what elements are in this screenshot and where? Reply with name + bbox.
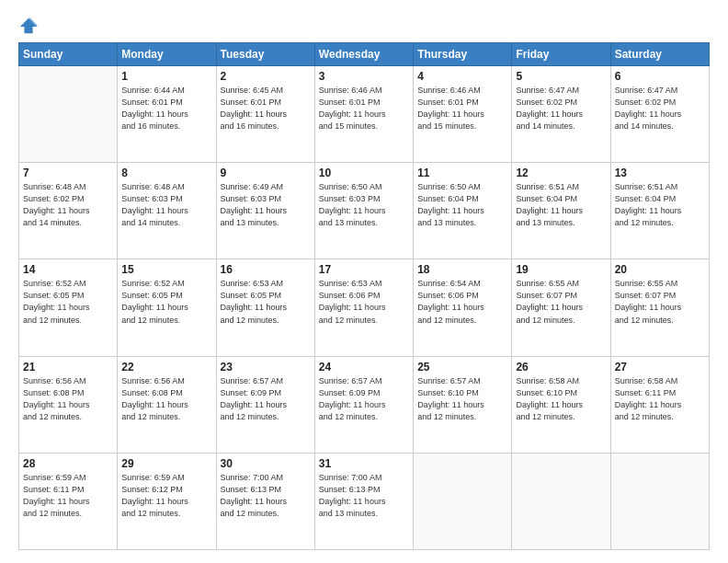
day-info: Sunrise: 6:52 AM Sunset: 6:05 PM Dayligh… xyxy=(121,278,211,326)
calendar-cell: 8Sunrise: 6:48 AM Sunset: 6:03 PM Daylig… xyxy=(118,163,216,259)
calendar-cell: 23Sunrise: 6:57 AM Sunset: 6:09 PM Dayli… xyxy=(216,356,314,453)
day-number: 8 xyxy=(121,167,211,179)
day-info: Sunrise: 6:48 AM Sunset: 6:03 PM Dayligh… xyxy=(121,181,211,229)
calendar-cell: 10Sunrise: 6:50 AM Sunset: 6:03 PM Dayli… xyxy=(314,163,413,259)
calendar-cell: 28Sunrise: 6:59 AM Sunset: 6:11 PM Dayli… xyxy=(19,453,118,549)
calendar-cell: 3Sunrise: 6:46 AM Sunset: 6:01 PM Daylig… xyxy=(314,66,413,163)
day-info: Sunrise: 6:46 AM Sunset: 6:01 PM Dayligh… xyxy=(417,85,507,132)
calendar-cell: 30Sunrise: 7:00 AM Sunset: 6:13 PM Dayli… xyxy=(216,453,314,549)
day-info: Sunrise: 6:55 AM Sunset: 6:07 PM Dayligh… xyxy=(615,278,705,326)
day-info: Sunrise: 6:53 AM Sunset: 6:06 PM Dayligh… xyxy=(319,278,409,326)
weekday-header: Tuesday xyxy=(216,43,314,66)
day-info: Sunrise: 6:55 AM Sunset: 6:07 PM Dayligh… xyxy=(516,278,606,326)
calendar-cell: 2Sunrise: 6:45 AM Sunset: 6:01 PM Daylig… xyxy=(216,66,314,163)
calendar-cell: 6Sunrise: 6:47 AM Sunset: 6:02 PM Daylig… xyxy=(610,66,709,163)
calendar-week-row: 14Sunrise: 6:52 AM Sunset: 6:05 PM Dayli… xyxy=(19,259,710,356)
day-number: 20 xyxy=(615,263,705,276)
day-number: 17 xyxy=(319,263,409,276)
day-number: 21 xyxy=(23,361,113,373)
day-number: 9 xyxy=(221,167,311,179)
weekday-header: Sunday xyxy=(19,43,118,66)
day-info: Sunrise: 6:47 AM Sunset: 6:02 PM Dayligh… xyxy=(516,85,606,132)
day-number: 4 xyxy=(417,70,507,83)
day-number: 28 xyxy=(23,457,113,470)
calendar-cell: 5Sunrise: 6:47 AM Sunset: 6:02 PM Daylig… xyxy=(512,66,610,163)
calendar-cell: 14Sunrise: 6:52 AM Sunset: 6:05 PM Dayli… xyxy=(19,259,118,356)
calendar-cell: 4Sunrise: 6:46 AM Sunset: 6:01 PM Daylig… xyxy=(414,66,512,163)
day-number: 22 xyxy=(121,361,211,373)
weekday-header: Friday xyxy=(512,43,610,66)
calendar-cell: 11Sunrise: 6:50 AM Sunset: 6:04 PM Dayli… xyxy=(414,163,512,259)
calendar-cell: 18Sunrise: 6:54 AM Sunset: 6:06 PM Dayli… xyxy=(414,259,512,356)
header xyxy=(18,17,710,37)
day-info: Sunrise: 6:50 AM Sunset: 6:04 PM Dayligh… xyxy=(417,181,507,229)
day-info: Sunrise: 6:56 AM Sunset: 6:08 PM Dayligh… xyxy=(23,375,113,423)
weekday-header: Wednesday xyxy=(314,43,413,66)
weekday-header: Monday xyxy=(118,43,216,66)
day-info: Sunrise: 6:59 AM Sunset: 6:11 PM Dayligh… xyxy=(23,472,113,520)
calendar-cell xyxy=(414,453,512,549)
day-number: 7 xyxy=(23,167,113,179)
day-number: 10 xyxy=(319,167,409,179)
page: SundayMondayTuesdayWednesdayThursdayFrid… xyxy=(0,0,728,563)
day-info: Sunrise: 6:57 AM Sunset: 6:09 PM Dayligh… xyxy=(319,375,409,423)
day-info: Sunrise: 6:58 AM Sunset: 6:10 PM Dayligh… xyxy=(516,375,606,423)
calendar-cell: 25Sunrise: 6:57 AM Sunset: 6:10 PM Dayli… xyxy=(414,356,512,453)
day-number: 18 xyxy=(417,263,507,276)
weekday-header: Thursday xyxy=(414,43,512,66)
day-info: Sunrise: 6:47 AM Sunset: 6:02 PM Dayligh… xyxy=(615,85,705,132)
calendar-cell: 15Sunrise: 6:52 AM Sunset: 6:05 PM Dayli… xyxy=(118,259,216,356)
day-info: Sunrise: 7:00 AM Sunset: 6:13 PM Dayligh… xyxy=(319,472,409,520)
calendar-cell xyxy=(610,453,709,549)
day-info: Sunrise: 6:49 AM Sunset: 6:03 PM Dayligh… xyxy=(221,181,311,229)
logo xyxy=(18,17,42,37)
day-info: Sunrise: 6:52 AM Sunset: 6:05 PM Dayligh… xyxy=(23,278,113,326)
day-number: 15 xyxy=(121,263,211,276)
day-info: Sunrise: 6:58 AM Sunset: 6:11 PM Dayligh… xyxy=(615,375,705,423)
calendar-cell: 24Sunrise: 6:57 AM Sunset: 6:09 PM Dayli… xyxy=(314,356,413,453)
day-number: 27 xyxy=(615,361,705,373)
day-number: 29 xyxy=(121,457,211,470)
day-info: Sunrise: 6:46 AM Sunset: 6:01 PM Dayligh… xyxy=(319,85,409,132)
calendar-week-row: 1Sunrise: 6:44 AM Sunset: 6:01 PM Daylig… xyxy=(19,66,710,163)
calendar-cell: 1Sunrise: 6:44 AM Sunset: 6:01 PM Daylig… xyxy=(118,66,216,163)
calendar-week-row: 7Sunrise: 6:48 AM Sunset: 6:02 PM Daylig… xyxy=(19,163,710,259)
calendar-week-row: 21Sunrise: 6:56 AM Sunset: 6:08 PM Dayli… xyxy=(19,356,710,453)
day-number: 26 xyxy=(516,361,606,373)
calendar-cell: 22Sunrise: 6:56 AM Sunset: 6:08 PM Dayli… xyxy=(118,356,216,453)
logo-icon xyxy=(18,17,39,37)
calendar-table: SundayMondayTuesdayWednesdayThursdayFrid… xyxy=(18,42,710,550)
day-info: Sunrise: 6:51 AM Sunset: 6:04 PM Dayligh… xyxy=(516,181,606,229)
calendar-cell: 13Sunrise: 6:51 AM Sunset: 6:04 PM Dayli… xyxy=(610,163,709,259)
day-number: 30 xyxy=(221,457,311,470)
day-number: 23 xyxy=(221,361,311,373)
day-info: Sunrise: 6:53 AM Sunset: 6:05 PM Dayligh… xyxy=(221,278,311,326)
day-info: Sunrise: 6:54 AM Sunset: 6:06 PM Dayligh… xyxy=(417,278,507,326)
calendar-cell: 16Sunrise: 6:53 AM Sunset: 6:05 PM Dayli… xyxy=(216,259,314,356)
day-number: 19 xyxy=(516,263,606,276)
calendar-cell: 29Sunrise: 6:59 AM Sunset: 6:12 PM Dayli… xyxy=(118,453,216,549)
day-number: 24 xyxy=(319,361,409,373)
day-number: 3 xyxy=(319,70,409,83)
day-number: 2 xyxy=(221,70,311,83)
calendar-cell: 19Sunrise: 6:55 AM Sunset: 6:07 PM Dayli… xyxy=(512,259,610,356)
calendar-cell: 21Sunrise: 6:56 AM Sunset: 6:08 PM Dayli… xyxy=(19,356,118,453)
calendar-cell xyxy=(512,453,610,549)
calendar-cell: 7Sunrise: 6:48 AM Sunset: 6:02 PM Daylig… xyxy=(19,163,118,259)
calendar-cell: 9Sunrise: 6:49 AM Sunset: 6:03 PM Daylig… xyxy=(216,163,314,259)
day-info: Sunrise: 6:56 AM Sunset: 6:08 PM Dayligh… xyxy=(121,375,211,423)
calendar-cell: 31Sunrise: 7:00 AM Sunset: 6:13 PM Dayli… xyxy=(314,453,413,549)
day-info: Sunrise: 6:50 AM Sunset: 6:03 PM Dayligh… xyxy=(319,181,409,229)
day-number: 12 xyxy=(516,167,606,179)
day-info: Sunrise: 6:44 AM Sunset: 6:01 PM Dayligh… xyxy=(121,85,211,132)
day-info: Sunrise: 6:45 AM Sunset: 6:01 PM Dayligh… xyxy=(221,85,311,132)
calendar-header-row: SundayMondayTuesdayWednesdayThursdayFrid… xyxy=(19,43,710,66)
weekday-header: Saturday xyxy=(610,43,709,66)
calendar-cell: 12Sunrise: 6:51 AM Sunset: 6:04 PM Dayli… xyxy=(512,163,610,259)
calendar-cell: 26Sunrise: 6:58 AM Sunset: 6:10 PM Dayli… xyxy=(512,356,610,453)
day-number: 14 xyxy=(23,263,113,276)
day-number: 6 xyxy=(615,70,705,83)
day-info: Sunrise: 6:51 AM Sunset: 6:04 PM Dayligh… xyxy=(615,181,705,229)
day-number: 31 xyxy=(319,457,409,470)
calendar-cell xyxy=(19,66,118,163)
